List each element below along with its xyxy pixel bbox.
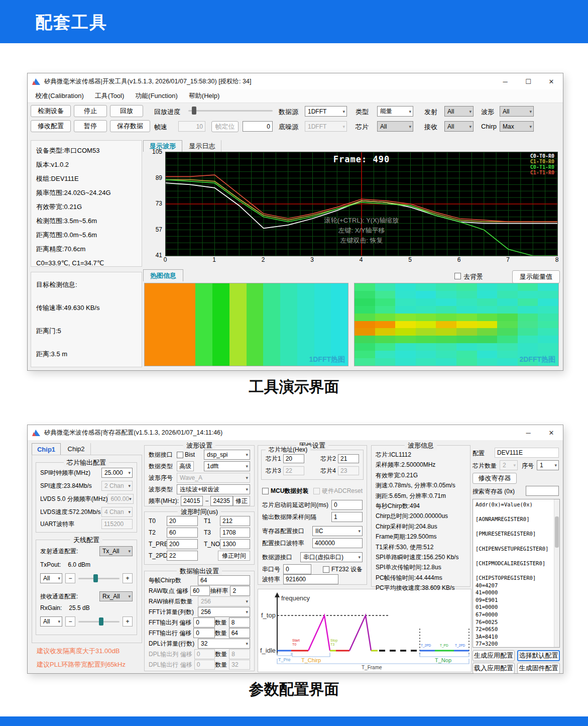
t0-input[interactable]: 20 xyxy=(167,516,198,526)
spi-clk-select[interactable]: 25.000▾ xyxy=(101,468,133,478)
datasource-select[interactable]: 1DFFT▾ xyxy=(305,106,347,117)
close-button[interactable]: ✕ xyxy=(540,425,563,440)
fft-outrow-count-input[interactable]: 64 xyxy=(229,628,250,638)
chip2-addr-input[interactable]: 21 xyxy=(338,454,359,463)
select-default-config-button[interactable]: 选择默认配置 xyxy=(517,650,560,661)
rxgain-minus-button[interactable]: − xyxy=(65,616,75,627)
plot-area[interactable]: Frame: 490 C0-T0-R0C1-T0-R0C0-T1-R0C1-T1… xyxy=(165,152,558,256)
pause-button[interactable]: 暂停 xyxy=(74,120,107,132)
chip-count-select[interactable]: 2▾ xyxy=(500,460,518,470)
t3-input[interactable]: 1708 xyxy=(220,528,250,538)
lvds-chan-select[interactable]: 4 Chan▾ xyxy=(101,507,133,517)
fft-col-select[interactable]: 256▾ xyxy=(198,607,250,617)
index-select[interactable]: 1▾ xyxy=(537,460,559,470)
gen-firmware-config-button[interactable]: 生成固件配置 xyxy=(517,663,560,674)
rx-chan-select[interactable]: All▾ xyxy=(40,616,62,627)
frame-locate-button[interactable]: 帧定位 xyxy=(211,121,239,132)
txpout-slider[interactable] xyxy=(78,574,120,583)
chip4-addr-input[interactable]: 23 xyxy=(338,466,359,475)
fft-outrow-offset-input[interactable]: 0 xyxy=(193,628,214,638)
raw-offset-input[interactable]: 60 xyxy=(190,586,210,596)
t2pd-input[interactable]: 22 xyxy=(167,551,198,561)
raw-count-select[interactable]: 256▾ xyxy=(198,596,250,606)
adc-reset-checkbox[interactable] xyxy=(313,488,320,494)
search-register-input[interactable] xyxy=(526,486,559,496)
modify-register-button[interactable]: 修改寄存器 xyxy=(473,473,517,484)
frame-locate-input[interactable]: 0 xyxy=(243,121,273,132)
window2-titlebar[interactable]: 矽典微毫米波传感器|寄存器配置(v1.5.1.3, 2026/01/07_14:… xyxy=(28,425,563,440)
register-scrollbar[interactable] xyxy=(554,499,559,647)
com-port-input[interactable]: 0 xyxy=(283,564,311,574)
tx-select[interactable]: All▾ xyxy=(444,106,474,117)
dpl-outcol-offset-input[interactable]: 0 xyxy=(194,649,215,659)
datasrc-if-select[interactable]: 串口(虚拟串口)▾ xyxy=(300,552,363,562)
tx-chan-select[interactable]: All▾ xyxy=(40,573,62,583)
wave-type-select[interactable]: 连续波+锯齿波▾ xyxy=(177,484,250,494)
slider-thumb[interactable] xyxy=(93,574,98,582)
bist-checkbox[interactable] xyxy=(177,452,183,458)
replay-button[interactable]: 回放 xyxy=(110,105,143,117)
rx-select[interactable]: All▾ xyxy=(444,121,474,132)
waveform-select[interactable]: All▾ xyxy=(500,106,534,117)
fft-outcol-count-input[interactable]: 8 xyxy=(229,617,250,628)
freq-fix-button[interactable]: 修正 xyxy=(233,496,250,506)
menu-item[interactable]: 校准(Calibration) xyxy=(30,89,89,102)
baud-input[interactable]: 921600 xyxy=(283,574,338,584)
minimize-button[interactable]: ─ xyxy=(517,425,540,440)
type-select[interactable]: 能量▾ xyxy=(377,106,413,117)
window1-titlebar[interactable]: 矽典微毫米波传感器|开发工具(v1.5.1.3, 2026/01/07_15:5… xyxy=(28,73,563,89)
framerate-input[interactable]: 10 xyxy=(178,121,205,132)
save-data-button[interactable]: 保存数据 xyxy=(110,120,150,132)
freq-to-input[interactable]: 24235 xyxy=(210,496,232,506)
show-energy-button[interactable]: 显示能量值 xyxy=(512,270,560,283)
t1-input[interactable]: 212 xyxy=(220,516,250,526)
tab-heatmap-info[interactable]: 热图信息 xyxy=(143,269,183,281)
tab-show-waveform[interactable]: 显示波形 xyxy=(143,140,182,152)
modify-config-button[interactable]: 修改配置 xyxy=(31,120,71,132)
remove-background-checkbox[interactable] xyxy=(454,273,461,279)
chirp-per-frame-input[interactable]: 64 xyxy=(198,575,250,585)
fft-outcol-offset-input[interactable]: 0 xyxy=(193,617,214,628)
tnop-input[interactable]: 1300 xyxy=(220,539,250,549)
data-type-select[interactable]: 1dfft▾ xyxy=(204,461,250,471)
dpl-outrow-count-input[interactable]: 32 xyxy=(229,660,250,670)
chip-select[interactable]: All▾ xyxy=(377,121,413,132)
menu-item[interactable]: 工具(Tool) xyxy=(89,89,130,102)
chip3-addr-input[interactable]: 22 xyxy=(283,466,304,475)
spi-chan-select[interactable]: 2 Chan▾ xyxy=(101,481,133,491)
freq-from-input[interactable]: 24015 xyxy=(181,496,203,506)
txpout-minus-button[interactable]: − xyxy=(65,573,75,583)
minimize-button[interactable]: ─ xyxy=(494,73,517,89)
slider-thumb[interactable] xyxy=(192,107,196,115)
tab-chip1[interactable]: Chip1 xyxy=(32,443,61,455)
sample-rate-input[interactable]: 2 xyxy=(230,586,250,596)
mcu-pack-checkbox[interactable] xyxy=(262,488,269,494)
ft232-checkbox[interactable] xyxy=(323,566,329,573)
chirp-select[interactable]: Max▾ xyxy=(500,121,534,132)
menu-item[interactable]: 帮助(Help) xyxy=(183,89,225,102)
lvds-div-select[interactable]: 600.00▾ xyxy=(107,494,133,504)
chip1-addr-input[interactable]: 20 xyxy=(283,454,304,463)
slider-thumb[interactable] xyxy=(99,617,103,626)
uart-baud-input[interactable]: 115200 xyxy=(101,519,133,529)
rx-channel-select[interactable]: Rx_All▾ xyxy=(99,591,133,601)
tpre-input[interactable]: 200 xyxy=(167,539,198,549)
playback-progress-slider[interactable] xyxy=(188,106,273,115)
t2-input[interactable]: 60 xyxy=(167,528,198,538)
tab-show-log[interactable]: 显示日志 xyxy=(183,140,221,152)
txpout-plus-button[interactable]: + xyxy=(123,573,133,583)
advanced-button[interactable]: 高级 xyxy=(177,461,194,471)
dpl-outcol-count-input[interactable]: 8 xyxy=(229,649,250,659)
detect-device-button[interactable]: 检测设备 xyxy=(31,105,71,117)
rxgain-plus-button[interactable]: + xyxy=(123,616,133,627)
config-baud-input[interactable]: 400000 xyxy=(312,538,363,548)
register-list[interactable]: Addr(0x)=Value(0x)[AONRAMREGISTER0][PMUR… xyxy=(473,499,560,648)
wave-index-select[interactable]: Wave_A▾ xyxy=(177,473,250,483)
fix-time-button[interactable]: 修正时间 xyxy=(218,551,250,561)
data-if-select[interactable]: dsp_spi▾ xyxy=(204,450,250,460)
load-app-config-button[interactable]: 载入应用配置 xyxy=(473,663,515,674)
dpl-outrow-offset-input[interactable]: 0 xyxy=(194,660,215,670)
maximize-button[interactable]: ☐ xyxy=(517,73,540,89)
startup-delay-input[interactable]: 0 xyxy=(331,500,363,510)
scrollbar-thumb[interactable] xyxy=(555,516,559,548)
